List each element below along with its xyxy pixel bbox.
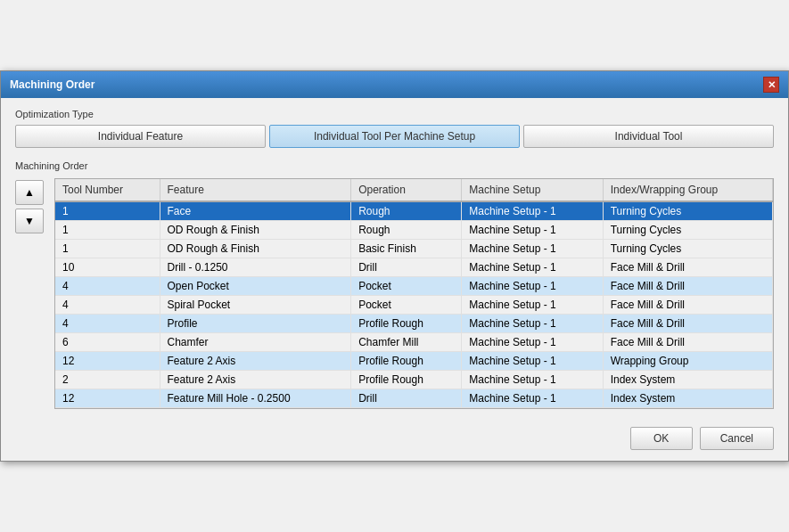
table-cell: Machine Setup - 1 [462,371,603,389]
table-cell: 10 [55,258,160,277]
table-cell: Turning Cycles [603,240,772,258]
table-cell: Face Mill & Drill [603,258,772,277]
table-cell: 12 [55,389,160,408]
table-row[interactable]: 6ChamferChamfer MillMachine Setup - 1Fac… [55,333,773,352]
table-cell: Machine Setup - 1 [462,315,603,333]
table-cell: Machine Setup - 1 [462,277,603,296]
table-cell: Face Mill & Drill [603,315,772,333]
machining-order-dialog: Machining Order ✕ Optimization Type Indi… [0,70,789,462]
dialog-content: Optimization Type Individual FeatureIndi… [1,98,788,420]
opt-btn-individual-feature[interactable]: Individual Feature [15,125,266,148]
table-cell: Machine Setup - 1 [462,352,603,371]
table-cell: Machine Setup - 1 [462,389,603,408]
table-cell: 12 [55,352,160,371]
table-row[interactable]: 4Spiral PocketPocketMachine Setup - 1Fac… [55,296,773,315]
table-cell: Chamfer Mill [351,333,462,352]
table-cell: 1 [55,201,160,221]
table-cell: Rough [351,221,462,240]
table-cell: Chamfer [160,333,351,352]
table-cell: Turning Cycles [603,201,772,221]
header-row: Tool NumberFeatureOperationMachine Setup… [55,179,773,201]
machining-order-table: Tool NumberFeatureOperationMachine Setup… [55,179,773,408]
table-cell: 1 [55,221,160,240]
table-cell: 1 [55,240,160,258]
table-row[interactable]: 12Feature 2 AxisProfile RoughMachine Set… [55,352,773,371]
table-cell: Machine Setup - 1 [462,201,603,221]
table-cell: Turning Cycles [603,221,772,240]
table-cell: OD Rough & Finish [160,240,351,258]
table-header: Tool NumberFeatureOperationMachine Setup… [55,179,773,201]
cancel-button[interactable]: Cancel [700,427,774,450]
table-cell: 4 [55,315,160,333]
opt-btn-individual-tool[interactable]: Individual Tool [523,125,774,148]
table-cell: Machine Setup - 1 [462,240,603,258]
table-cell: Drill [351,258,462,277]
table-cell: Feature Mill Hole - 0.2500 [160,389,351,408]
table-cell: 6 [55,333,160,352]
table-cell: Face [160,201,351,221]
table-column-header: Tool Number [55,179,160,201]
table-cell: Machine Setup - 1 [462,221,603,240]
ok-button[interactable]: OK [630,427,693,450]
table-cell: Spiral Pocket [160,296,351,315]
table-cell: Drill - 0.1250 [160,258,351,277]
table-cell: Face Mill & Drill [603,277,772,296]
table-cell: 4 [55,296,160,315]
optimization-buttons: Individual FeatureIndividual Tool Per Ma… [15,125,774,148]
table-cell: Profile Rough [351,371,462,389]
table-and-controls: ▲ ▼ Tool NumberFeatureOperationMachine S… [15,178,774,409]
table-cell: Face Mill & Drill [603,296,772,315]
table-container[interactable]: Tool NumberFeatureOperationMachine Setup… [54,178,774,409]
table-cell: Wrapping Group [603,352,772,371]
table-cell: Machine Setup - 1 [462,333,603,352]
table-row[interactable]: 1OD Rough & FinishRoughMachine Setup - 1… [55,221,773,240]
dialog-title: Machining Order [10,78,95,91]
machining-order-label: Machining Order [15,160,774,171]
table-cell: Index System [603,371,772,389]
close-button[interactable]: ✕ [763,77,779,93]
table-cell: Index System [603,389,772,408]
table-row[interactable]: 12Feature Mill Hole - 0.2500DrillMachine… [55,389,773,408]
table-row[interactable]: 1OD Rough & FinishBasic FinishMachine Se… [55,240,773,258]
opt-btn-individual-tool-per-machine[interactable]: Individual Tool Per Machine Setup [269,125,520,148]
table-column-header: Feature [160,179,351,201]
table-cell: Profile Rough [351,315,462,333]
table-column-header: Index/Wrapping Group [603,179,772,201]
move-up-button[interactable]: ▲ [15,180,44,205]
table-row[interactable]: 10Drill - 0.1250DrillMachine Setup - 1Fa… [55,258,773,277]
order-controls: ▲ ▼ [15,178,47,409]
table-cell: Machine Setup - 1 [462,258,603,277]
table-cell: Feature 2 Axis [160,352,351,371]
table-row[interactable]: 1FaceRoughMachine Setup - 1Turning Cycle… [55,201,773,221]
table-cell: OD Rough & Finish [160,221,351,240]
table-row[interactable]: 4Open PocketPocketMachine Setup - 1Face … [55,277,773,296]
table-cell: Feature 2 Axis [160,371,351,389]
table-cell: Face Mill & Drill [603,333,772,352]
dialog-footer: OK Cancel [1,420,788,461]
table-column-header: Operation [351,179,462,201]
table-row[interactable]: 2Feature 2 AxisProfile RoughMachine Setu… [55,371,773,389]
table-cell: Basic Finish [351,240,462,258]
table-column-header: Machine Setup [462,179,603,201]
table-cell: Pocket [351,277,462,296]
table-body: 1FaceRoughMachine Setup - 1Turning Cycle… [55,201,773,408]
title-bar: Machining Order ✕ [1,71,788,98]
table-cell: Open Pocket [160,277,351,296]
table-cell: 4 [55,277,160,296]
move-down-button[interactable]: ▼ [15,209,44,233]
optimization-section-label: Optimization Type [15,109,774,119]
table-cell: Profile [160,315,351,333]
table-cell: Rough [351,201,462,221]
table-cell: Pocket [351,296,462,315]
table-row[interactable]: 4ProfileProfile RoughMachine Setup - 1Fa… [55,315,773,333]
table-cell: Machine Setup - 1 [462,296,603,315]
table-cell: Drill [351,389,462,408]
table-cell: Profile Rough [351,352,462,371]
machining-order-wrapper: Machining Order ▲ ▼ Tool NumberFeatureOp… [15,160,774,409]
table-cell: 2 [55,371,160,389]
